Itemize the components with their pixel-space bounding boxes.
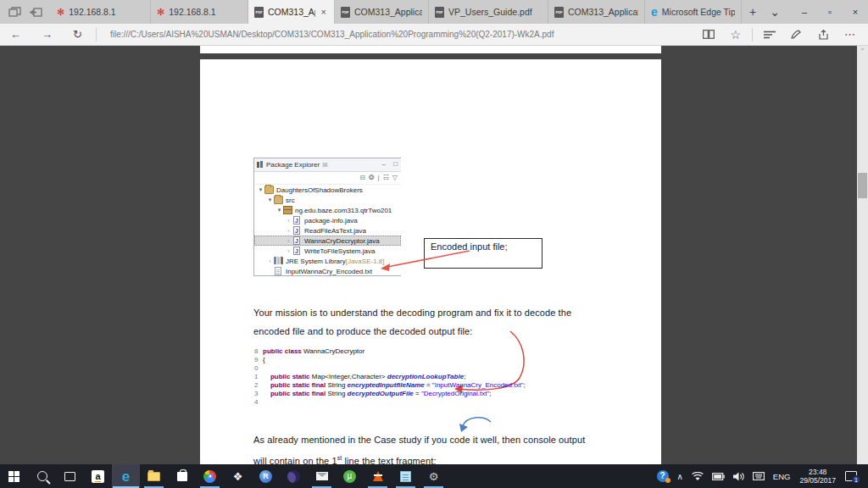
tree-item-label-secondary: [JavaSE-1.8]: [346, 258, 385, 265]
wifi-icon[interactable]: [687, 472, 708, 481]
help-tray-icon[interactable]: ?: [653, 470, 673, 482]
file-explorer-app[interactable]: [140, 464, 168, 488]
case-line-1: As already mentioned in the Case study i…: [253, 430, 618, 449]
tree-item: ›JWriteToFileSystem.java: [254, 246, 401, 256]
notification-badge: 1: [852, 475, 860, 484]
close-button[interactable]: ×: [843, 0, 868, 24]
edge-color-icon: e: [120, 469, 133, 483]
web-note-ink-icon[interactable]: [783, 30, 810, 39]
tab-label: 192.168.8.1: [69, 7, 144, 17]
chrome-app[interactable]: [196, 464, 224, 488]
eclipse-icon: [287, 469, 301, 483]
set-tabs-aside-icon[interactable]: [30, 7, 42, 18]
tab-left-controls: [0, 0, 51, 24]
r-app[interactable]: R: [252, 464, 280, 488]
view-menu-chevron-icon: ▽: [392, 175, 398, 181]
reading-view-icon[interactable]: [695, 30, 722, 39]
utorrent-icon: µ: [343, 469, 357, 483]
src-folder-icon: [274, 196, 283, 204]
dropbox-icon: ❖: [231, 469, 245, 483]
hub-icon[interactable]: [756, 30, 783, 39]
browser-tab-bar: ✻192.168.8.1✻192.168.8.1PDFCOM313_Applic…: [0, 0, 868, 24]
tab-preview-chevron-icon[interactable]: ⌄: [764, 0, 786, 24]
url-field[interactable]: file:///C:/Users/AISHA%20USMAN/Desktop/C…: [100, 30, 696, 39]
amazon-app[interactable]: a: [84, 464, 112, 488]
tab-close-icon[interactable]: ×: [320, 7, 328, 17]
edge-logo-icon: e: [651, 6, 658, 18]
window-controls: – ▫ ×: [792, 0, 868, 24]
scroll-up-icon[interactable]: ⌃: [859, 47, 866, 55]
edge-app[interactable]: e: [112, 464, 140, 488]
java-file-icon: J: [292, 236, 302, 245]
browser-tab-7[interactable]: eMicrosoft Edge Tips: [645, 0, 742, 24]
maximize-button[interactable]: ▫: [817, 0, 843, 24]
pdf-scrollbar: ⌃: [857, 46, 868, 464]
line-number: 1: [254, 373, 263, 381]
system-tray: ? ∧ ENG 23:48 29/05/2017 1: [653, 464, 868, 488]
chrome-icon: [203, 469, 217, 483]
share-icon[interactable]: [810, 30, 837, 40]
r-ball-icon: R: [259, 469, 273, 483]
favorites-star-icon[interactable]: ☆: [722, 28, 748, 42]
browser-tab-1[interactable]: ✻192.168.8.1: [51, 0, 151, 24]
volume-icon[interactable]: [729, 472, 748, 481]
chevron-collapsed-icon: ›: [285, 228, 292, 234]
store-app[interactable]: [168, 464, 196, 488]
pdf-viewport: Package Explorer ☒ – □ ⊟❂|☷▽ ▾DaughtersO…: [0, 46, 868, 464]
chevron-collapsed-icon: ›: [285, 238, 292, 244]
more-options-icon[interactable]: ⋯: [837, 28, 863, 41]
new-tab-button[interactable]: +: [742, 0, 764, 24]
tab-label: 192.168.8.1: [169, 7, 242, 17]
line-number: 0: [254, 364, 263, 373]
view-maximize-icon: □: [393, 160, 398, 168]
language-indicator[interactable]: ENG: [769, 472, 795, 481]
collapse-all-icon: ⊟: [359, 175, 365, 181]
tree-item: ›JRE System Library [JavaSE-1.8]: [254, 256, 401, 266]
java-file-icon: J: [292, 226, 302, 235]
text-file-icon: [274, 267, 283, 275]
address-divider: [96, 28, 97, 42]
battery-icon[interactable]: [708, 473, 729, 480]
package-explorer-tree: ▾DaughtersOfShadowBrokers▾src▾ng.edu.baz…: [254, 185, 401, 276]
hidden-icons-chevron[interactable]: ∧: [673, 472, 687, 481]
task-view-button[interactable]: [56, 464, 84, 488]
browser-tab-6[interactable]: PDFCOM313_Application P: [548, 0, 645, 24]
tree-item-label: src: [286, 197, 295, 204]
browser-tab-5[interactable]: PDFVP_Users_Guide.pdf: [429, 0, 548, 24]
settings-app[interactable]: ⚙: [420, 464, 448, 488]
mission-paragraph: Your mission is to understand the decodi…: [253, 303, 609, 341]
clock-date: 29/05/2017: [799, 476, 836, 485]
clock[interactable]: 23:48 29/05/2017: [794, 468, 841, 485]
forward-icon[interactable]: →: [31, 28, 63, 41]
tab-label: Microsoft Edge Tips: [662, 7, 735, 17]
clock-time: 23:48: [799, 468, 836, 476]
browser-tab-3[interactable]: PDFCOM313_Applicatic×: [248, 0, 335, 24]
browser-tab-4[interactable]: PDFCOM313_Application P: [335, 0, 429, 24]
folder-icon: [147, 469, 161, 483]
start-button[interactable]: [0, 464, 28, 488]
touch-keyboard-icon[interactable]: [748, 472, 769, 480]
mail-app[interactable]: [308, 464, 336, 488]
code-line: 8public class WannaCryDecryptor: [254, 347, 526, 356]
notes-app[interactable]: [392, 464, 420, 488]
java-file-icon: J: [292, 247, 302, 255]
browser-tab-2[interactable]: ✻192.168.8.1: [151, 0, 248, 24]
pdf-file-icon: PDF: [554, 7, 564, 18]
link-with-editor-icon: ❂: [369, 175, 375, 181]
back-icon[interactable]: ←: [0, 28, 31, 41]
dropbox-app[interactable]: ❖: [224, 464, 252, 488]
scrollbar-thumb[interactable]: [858, 173, 867, 198]
code-line: 3 public static final String decryptedOu…: [254, 390, 526, 398]
eclipse-app[interactable]: [280, 464, 308, 488]
action-center-icon[interactable]: 1: [841, 471, 868, 481]
package-explorer-screenshot: Package Explorer ☒ – □ ⊟❂|☷▽ ▾DaughtersO…: [253, 158, 401, 276]
utorrent-app[interactable]: µ: [336, 464, 364, 488]
package-explorer-icon: [257, 161, 264, 169]
search-button[interactable]: [28, 464, 56, 488]
view-tab-close-icon: ☒: [322, 162, 327, 169]
minimize-button[interactable]: –: [792, 0, 817, 24]
refresh-icon[interactable]: ↻: [63, 28, 92, 41]
mission-line-2: encoded file and to produce the decoded …: [253, 322, 609, 341]
vlc-app[interactable]: [364, 464, 392, 488]
show-set-aside-tabs-icon[interactable]: [8, 7, 21, 18]
